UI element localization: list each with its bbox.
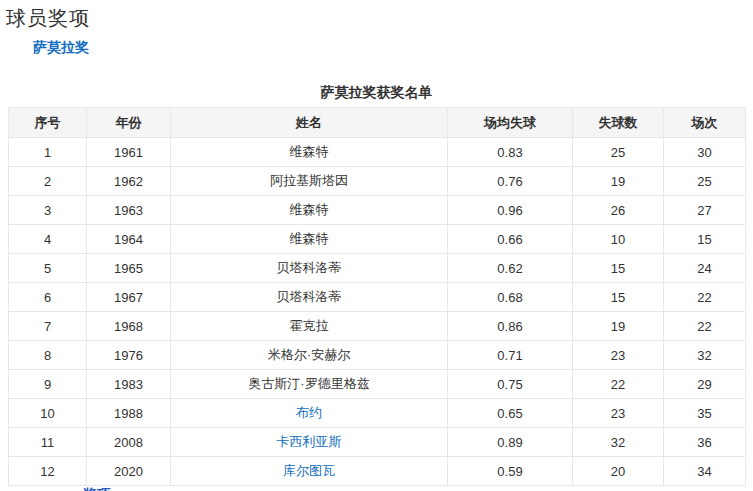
table-row: 11961维森特0.832530 xyxy=(9,138,746,167)
cell-avg: 0.62 xyxy=(448,254,573,283)
cell-name: 维森特 xyxy=(171,138,448,167)
cell-no: 8 xyxy=(9,341,87,370)
cell-year: 1964 xyxy=(87,225,171,254)
column-header-1: 年份 xyxy=(87,108,171,138)
cell-year: 1965 xyxy=(87,254,171,283)
player-link[interactable]: 卡西利亚斯 xyxy=(277,434,342,449)
cell-name: 布约 xyxy=(171,399,448,428)
award-winners-table: 序号年份姓名场均失球失球数场次 11961维森特0.83253021962阿拉基… xyxy=(8,107,746,486)
table-row: 31963维森特0.962627 xyxy=(9,196,746,225)
cell-no: 4 xyxy=(9,225,87,254)
cell-conceded: 26 xyxy=(573,196,664,225)
cell-avg: 0.65 xyxy=(448,399,573,428)
column-header-4: 失球数 xyxy=(573,108,664,138)
cell-no: 6 xyxy=(9,283,87,312)
cell-year: 1983 xyxy=(87,370,171,399)
cell-conceded: 15 xyxy=(573,283,664,312)
cell-avg: 0.89 xyxy=(448,428,573,457)
cell-avg: 0.96 xyxy=(448,196,573,225)
table-row: 91983奥古斯汀·罗德里格兹0.752229 xyxy=(9,370,746,399)
table-caption: 萨莫拉奖获奖名单 xyxy=(8,84,745,102)
cell-avg: 0.59 xyxy=(448,457,573,486)
cell-matches: 22 xyxy=(664,312,746,341)
table-row: 112008卡西利亚斯0.893236 xyxy=(9,428,746,457)
cell-matches: 24 xyxy=(664,254,746,283)
cell-avg: 0.76 xyxy=(448,167,573,196)
cell-no: 7 xyxy=(9,312,87,341)
cell-matches: 25 xyxy=(664,167,746,196)
cell-conceded: 32 xyxy=(573,428,664,457)
player-link[interactable]: 库尔图瓦 xyxy=(283,463,335,478)
cell-conceded: 23 xyxy=(573,399,664,428)
table-row: 61967贝塔科洛蒂0.681522 xyxy=(9,283,746,312)
column-header-3: 场均失球 xyxy=(448,108,573,138)
table-row: 81976米格尔·安赫尔0.712332 xyxy=(9,341,746,370)
cell-name: 贝塔科洛蒂 xyxy=(171,283,448,312)
award-link-zamora[interactable]: 萨莫拉奖 xyxy=(33,39,89,57)
cell-avg: 0.83 xyxy=(448,138,573,167)
cell-name: 卡西利亚斯 xyxy=(171,428,448,457)
cell-no: 3 xyxy=(9,196,87,225)
cell-matches: 34 xyxy=(664,457,746,486)
player-link[interactable]: 布约 xyxy=(296,405,322,420)
cell-avg: 0.68 xyxy=(448,283,573,312)
cell-name: 霍克拉 xyxy=(171,312,448,341)
table-row: 21962阿拉基斯塔因0.761925 xyxy=(9,167,746,196)
cell-avg: 0.71 xyxy=(448,341,573,370)
cell-name: 阿拉基斯塔因 xyxy=(171,167,448,196)
cell-year: 1962 xyxy=(87,167,171,196)
cell-avg: 0.86 xyxy=(448,312,573,341)
cell-avg: 0.66 xyxy=(448,225,573,254)
cell-avg: 0.75 xyxy=(448,370,573,399)
cell-no: 1 xyxy=(9,138,87,167)
table-row: 51965贝塔科洛蒂0.621524 xyxy=(9,254,746,283)
cell-matches: 36 xyxy=(664,428,746,457)
table-header-row: 序号年份姓名场均失球失球数场次 xyxy=(9,108,746,138)
cell-conceded: 10 xyxy=(573,225,664,254)
cell-name: 奥古斯汀·罗德里格兹 xyxy=(171,370,448,399)
cell-conceded: 19 xyxy=(573,312,664,341)
cell-year: 1976 xyxy=(87,341,171,370)
cell-no: 12 xyxy=(9,457,87,486)
cell-name: 米格尔·安赫尔 xyxy=(171,341,448,370)
cell-name: 维森特 xyxy=(171,196,448,225)
cell-conceded: 19 xyxy=(573,167,664,196)
table-row: 71968霍克拉0.861922 xyxy=(9,312,746,341)
cell-conceded: 22 xyxy=(573,370,664,399)
column-header-0: 序号 xyxy=(9,108,87,138)
cell-matches: 27 xyxy=(664,196,746,225)
cell-name: 维森特 xyxy=(171,225,448,254)
cell-no: 11 xyxy=(9,428,87,457)
table-row: 41964维森特0.661015 xyxy=(9,225,746,254)
cell-conceded: 20 xyxy=(573,457,664,486)
cell-matches: 30 xyxy=(664,138,746,167)
column-header-2: 姓名 xyxy=(171,108,448,138)
cell-matches: 29 xyxy=(664,370,746,399)
table-row: 122020库尔图瓦0.592034 xyxy=(9,457,746,486)
table-row: 101988布约0.652335 xyxy=(9,399,746,428)
cell-no: 10 xyxy=(9,399,87,428)
cell-matches: 35 xyxy=(664,399,746,428)
cell-year: 1967 xyxy=(87,283,171,312)
cell-year: 1963 xyxy=(87,196,171,225)
cell-no: 2 xyxy=(9,167,87,196)
cell-year: 2020 xyxy=(87,457,171,486)
cell-matches: 22 xyxy=(664,283,746,312)
cell-name: 贝塔科洛蒂 xyxy=(171,254,448,283)
cell-matches: 32 xyxy=(664,341,746,370)
cell-year: 1988 xyxy=(87,399,171,428)
cell-year: 2008 xyxy=(87,428,171,457)
cell-conceded: 15 xyxy=(573,254,664,283)
cell-name: 库尔图瓦 xyxy=(171,457,448,486)
cell-year: 1968 xyxy=(87,312,171,341)
page-section-title: 球员奖项 xyxy=(6,5,90,32)
cell-no: 5 xyxy=(9,254,87,283)
cell-conceded: 25 xyxy=(573,138,664,167)
truncated-link[interactable]: 奖项 xyxy=(83,486,111,491)
cell-no: 9 xyxy=(9,370,87,399)
column-header-5: 场次 xyxy=(664,108,746,138)
cell-year: 1961 xyxy=(87,138,171,167)
cell-conceded: 23 xyxy=(573,341,664,370)
cell-matches: 15 xyxy=(664,225,746,254)
